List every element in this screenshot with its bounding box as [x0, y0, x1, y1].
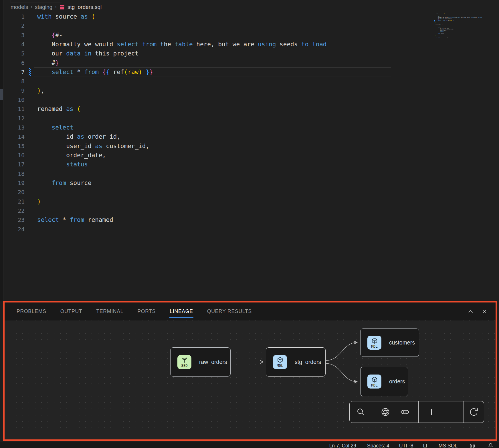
encoding-setting[interactable]: UTF-8	[399, 443, 413, 448]
cube-icon: MDL	[273, 355, 287, 369]
code-line-18[interactable]: 18	[3, 169, 430, 178]
node-type-badge: SED	[181, 364, 188, 367]
code-line-8[interactable]: 8	[3, 77, 430, 86]
line-number[interactable]: 17	[3, 160, 25, 169]
code-text: renamed as (	[37, 104, 81, 114]
code-text: with source as (	[37, 12, 95, 21]
line-number[interactable]: 1	[3, 12, 25, 21]
code-line-12[interactable]: 12	[3, 114, 430, 123]
minimap[interactable]: 1with source as (23 {#-4 Normally we wou…	[433, 13, 499, 42]
line-number[interactable]: 8	[3, 77, 25, 86]
code-line-3[interactable]: 3 {#-	[3, 31, 430, 40]
preview-button[interactable]	[399, 406, 411, 418]
tab-problems[interactable]: PROBLEMS	[17, 302, 46, 320]
toolbar-group-zoom	[418, 401, 464, 423]
aperture-button[interactable]	[379, 406, 392, 418]
code-line-20[interactable]: 20	[3, 188, 430, 197]
line-number[interactable]: 16	[3, 151, 25, 160]
code-line-24[interactable]: 24	[3, 225, 430, 234]
code-line-17[interactable]: 17 status	[3, 160, 430, 169]
tab-terminal[interactable]: TERMINAL	[96, 302, 123, 320]
seedling-icon: SED	[177, 355, 191, 369]
refresh-button[interactable]	[468, 406, 480, 418]
line-number[interactable]: 23	[3, 215, 25, 224]
notifications-button[interactable]	[487, 443, 494, 448]
line-number[interactable]: 15	[3, 142, 25, 151]
line-number[interactable]: 4	[3, 40, 25, 49]
code-line-4[interactable]: 4 Normally we would select from the tabl…	[3, 40, 430, 49]
code-editor[interactable]: 1with source as (23 {#-4 Normally we wou…	[3, 12, 430, 234]
lineage-node-stg_orders[interactable]: MDLstg_orders	[266, 347, 326, 377]
node-type-badge: MDL	[277, 364, 283, 367]
node-label: raw_orders	[199, 359, 227, 365]
eol-setting[interactable]: LF	[423, 443, 429, 448]
code-line-22[interactable]: 22	[3, 206, 430, 215]
bell-icon	[489, 443, 492, 448]
code-line-14[interactable]: 14 id as order_id,	[3, 132, 430, 141]
maximize-panel-button[interactable]	[467, 308, 474, 315]
tab-query-results[interactable]: QUERY RESULTS	[207, 302, 252, 320]
code-line-7[interactable]: 7 select * from {{ ref(raw) }}	[3, 67, 430, 77]
line-number[interactable]: 12	[3, 114, 25, 123]
chevron-right-icon: ›	[55, 4, 57, 11]
code-line-23[interactable]: 23select * from renamed	[3, 215, 430, 224]
line-number[interactable]: 10	[3, 95, 25, 104]
panel-tabs: PROBLEMSOUTPUTTERMINALPORTSLINEAGEQUERY …	[17, 302, 266, 320]
code-line-15[interactable]: 15 user_id as customer_id,	[3, 142, 430, 151]
lineage-node-orders[interactable]: MDLorders	[360, 367, 408, 396]
close-panel-button[interactable]	[481, 308, 488, 315]
code-line-9[interactable]: 9),	[3, 86, 430, 95]
line-number[interactable]: 14	[3, 132, 25, 141]
node-type-badge: MDL	[371, 383, 378, 387]
indent-guide	[38, 104, 38, 197]
code-line-11[interactable]: 11renamed as (	[3, 104, 430, 114]
database-icon	[59, 4, 65, 10]
code-line-16[interactable]: 16 order_date,	[3, 151, 430, 160]
line-number[interactable]: 5	[3, 49, 25, 58]
breadcrumb-item-staging[interactable]: staging	[35, 4, 52, 10]
tab-lineage[interactable]: LINEAGE	[170, 302, 193, 320]
line-number[interactable]: 6	[3, 58, 25, 67]
line-number[interactable]: 24	[3, 225, 25, 234]
breadcrumb-file-name[interactable]: stg_orders.sql	[68, 4, 102, 10]
line-number[interactable]: 18	[3, 169, 25, 178]
tab-ports[interactable]: PORTS	[137, 302, 156, 320]
language-mode[interactable]: MS SQL	[439, 443, 458, 448]
search-icon	[358, 409, 363, 414]
line-number[interactable]: 2	[3, 21, 25, 30]
code-line-5[interactable]: 5 our data in this project	[3, 49, 430, 58]
code-line-2[interactable]: 2	[3, 21, 430, 30]
breadcrumb-item-models[interactable]: models	[11, 4, 28, 10]
code-line-19[interactable]: 19 from source	[3, 178, 430, 188]
line-number[interactable]: 21	[3, 197, 25, 206]
line-number[interactable]: 20	[3, 188, 25, 197]
tab-corner-divider	[11, 0, 11, 3]
code-line-10[interactable]: 10	[3, 95, 430, 104]
lineage-canvas[interactable]: SEDraw_ordersMDLstg_ordersMDLcustomersMD…	[5, 320, 496, 439]
code-line-1[interactable]: 1with source as (	[3, 12, 430, 21]
line-number[interactable]: 7	[3, 67, 25, 77]
code-line-21[interactable]: 21)	[3, 197, 430, 206]
status-bar: Ln 7, Col 29 Spaces: 4 UTF-8 LF MS SQL	[0, 442, 499, 448]
cursor-position[interactable]: Ln 7, Col 29	[329, 443, 356, 448]
copilot-button[interactable]	[469, 443, 476, 448]
lineage-node-raw_orders[interactable]: SEDraw_orders	[170, 347, 231, 377]
code-text: select * from {{ ref(raw) }}	[435, 20, 454, 21]
lineage-node-customers[interactable]: MDLcustomers	[360, 328, 419, 357]
panel-tab-bar: PROBLEMSOUTPUTTERMINALPORTSLINEAGEQUERY …	[5, 302, 496, 320]
toolbar-group-view	[372, 401, 418, 423]
line-number[interactable]: 22	[3, 206, 25, 215]
zoom-in-button[interactable]	[425, 406, 438, 418]
search-button[interactable]	[355, 406, 367, 418]
indentation-setting[interactable]: Spaces: 4	[367, 443, 389, 448]
line-number[interactable]: 11	[3, 104, 25, 114]
line-number[interactable]: 9	[3, 86, 25, 95]
line-number[interactable]: 3	[3, 31, 25, 40]
minimap-code: 1with source as (23 {#-4 Normally we wou…	[435, 13, 499, 39]
line-number[interactable]: 19	[3, 178, 25, 188]
tab-output[interactable]: OUTPUT	[60, 302, 82, 320]
zoom-out-button[interactable]	[444, 406, 457, 418]
line-number[interactable]: 13	[3, 123, 25, 132]
code-line-13[interactable]: 13 select	[3, 123, 430, 132]
code-line-6[interactable]: 6 #}	[3, 58, 430, 67]
